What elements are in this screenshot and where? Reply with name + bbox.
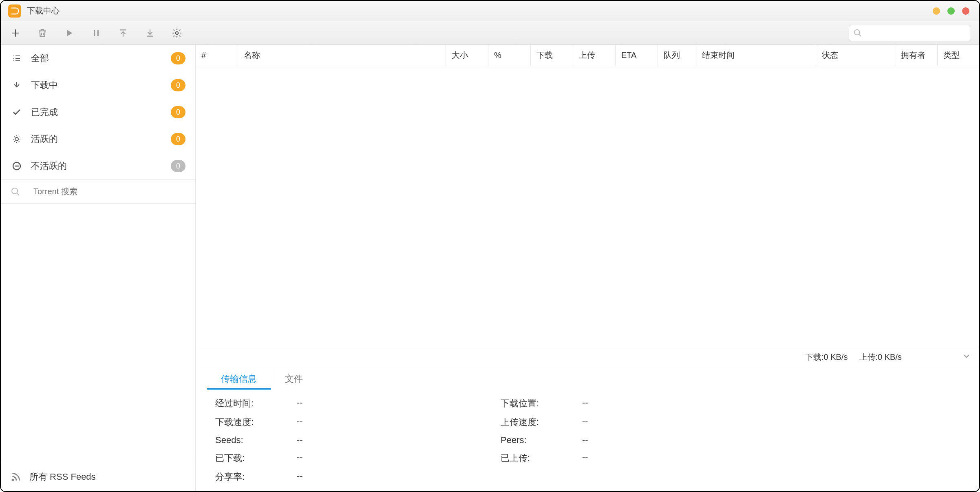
torrent-search[interactable]	[1, 180, 195, 204]
app-icon	[8, 4, 21, 18]
list-icon	[11, 53, 23, 63]
col-endtime[interactable]: 结束时间	[696, 45, 816, 66]
col-download[interactable]: 下载	[531, 45, 573, 66]
status-bar: 下载:0 KB/s 上传:0 KB/s	[196, 347, 979, 367]
svg-point-2	[15, 137, 18, 141]
move-bottom-button[interactable]	[143, 27, 157, 40]
inactive-icon	[11, 161, 23, 171]
col-name[interactable]: 名称	[238, 45, 446, 66]
info-ratio: 分享率: --	[215, 471, 501, 483]
torrent-search-input[interactable]	[33, 187, 185, 196]
col-eta[interactable]: ETA	[616, 45, 658, 66]
col-owner[interactable]: 拥有者	[895, 45, 938, 66]
info-dlspeed: 下载速度: --	[215, 416, 501, 428]
rss-label: 所有 RSS Feeds	[29, 471, 96, 483]
window-title: 下载中心	[27, 5, 60, 16]
col-percent[interactable]: %	[488, 45, 531, 66]
play-button[interactable]	[63, 27, 76, 40]
svg-point-4	[12, 188, 18, 194]
col-queue[interactable]: 队列	[658, 45, 696, 66]
info-ulspeed: 上传速度: --	[501, 416, 786, 428]
sidebar: 全部 0 下载中 0 已完成 0 活跃的 0	[1, 45, 196, 491]
svg-point-0	[176, 31, 179, 34]
info-peers: Peers: --	[501, 435, 786, 445]
count-badge: 0	[171, 106, 185, 118]
delete-button[interactable]	[36, 27, 49, 40]
maximize-button[interactable]	[947, 7, 955, 15]
rss-icon	[11, 472, 21, 482]
sidebar-item-label: 活跃的	[31, 133, 171, 145]
task-list[interactable]	[196, 66, 979, 347]
info-uploaded: 已上传: --	[501, 452, 786, 464]
sidebar-item-label: 不活跃的	[31, 160, 171, 172]
search-icon	[853, 29, 862, 38]
sidebar-item-active[interactable]: 活跃的 0	[1, 126, 195, 153]
col-size[interactable]: 大小	[446, 45, 488, 66]
main-panel: # 名称 大小 % 下载 上传 ETA 队列 结束时间 状态 拥有者 类型 下载…	[196, 45, 979, 491]
col-status[interactable]: 状态	[816, 45, 895, 66]
sidebar-item-downloading[interactable]: 下载中 0	[1, 72, 195, 99]
window-controls	[933, 7, 969, 15]
search-icon	[11, 187, 20, 197]
download-icon	[11, 80, 23, 90]
info-destination: 下载位置: --	[501, 397, 786, 410]
sidebar-item-inactive[interactable]: 不活跃的 0	[1, 153, 195, 180]
col-number[interactable]: #	[196, 45, 238, 66]
toolbar-search[interactable]	[849, 25, 971, 41]
sidebar-item-all[interactable]: 全部 0	[1, 45, 195, 72]
add-button[interactable]	[9, 27, 22, 40]
expand-button[interactable]	[962, 352, 971, 363]
col-type[interactable]: 类型	[938, 45, 979, 66]
count-badge: 0	[171, 79, 185, 91]
check-icon	[11, 107, 23, 117]
active-icon	[11, 134, 23, 144]
toolbar-search-input[interactable]	[865, 29, 967, 37]
toolbar	[1, 21, 979, 45]
detail-tabs: 传输信息 文件	[196, 367, 979, 389]
svg-point-5	[12, 479, 13, 480]
tab-files[interactable]: 文件	[271, 369, 317, 389]
count-badge: 0	[171, 160, 185, 172]
count-badge: 0	[171, 133, 185, 145]
move-top-button[interactable]	[117, 27, 130, 40]
column-headers: # 名称 大小 % 下载 上传 ETA 队列 结束时间 状态 拥有者 类型	[196, 45, 979, 66]
sidebar-item-label: 全部	[31, 52, 171, 64]
svg-point-1	[854, 29, 860, 35]
col-upload[interactable]: 上传	[573, 45, 616, 66]
minimize-button[interactable]	[933, 7, 940, 15]
app-window: 下载中心	[0, 0, 980, 492]
sidebar-item-completed[interactable]: 已完成 0	[1, 99, 195, 126]
status-upload: 上传:0 KB/s	[859, 352, 902, 363]
settings-button[interactable]	[170, 27, 183, 40]
sidebar-item-label: 已完成	[31, 106, 171, 118]
sidebar-rss[interactable]: 所有 RSS Feeds	[1, 462, 195, 491]
info-downloaded: 已下载: --	[215, 452, 501, 464]
sidebar-item-label: 下载中	[31, 79, 171, 91]
close-button[interactable]	[962, 7, 969, 15]
info-seeds: Seeds: --	[215, 435, 501, 445]
transfer-info-panel: 经过时间: -- 下载位置: -- 下载速度: -- 上传速度: -- Seed…	[196, 389, 979, 491]
info-elapsed: 经过时间: --	[215, 397, 501, 410]
pause-button[interactable]	[90, 27, 103, 40]
tab-transfer-info[interactable]: 传输信息	[207, 369, 271, 389]
titlebar: 下载中心	[1, 1, 979, 21]
count-badge: 0	[171, 52, 185, 64]
status-download: 下载:0 KB/s	[805, 352, 848, 363]
